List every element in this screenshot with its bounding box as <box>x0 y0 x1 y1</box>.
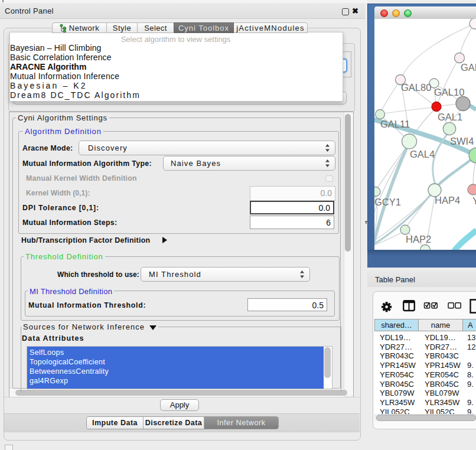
svg-text:GAL1: GAL1 <box>438 112 462 122</box>
svg-text:GAL80: GAL80 <box>401 82 431 93</box>
svg-text:GAL10: GAL10 <box>434 87 464 97</box>
svg-text:SWI4: SWI4 <box>450 136 474 146</box>
svg-text:Y: Y <box>472 195 476 206</box>
svg-text:GAL11: GAL11 <box>380 119 410 129</box>
svg-text:HAP2: HAP2 <box>406 234 431 244</box>
svg-text:GCY1: GCY1 <box>374 197 401 207</box>
svg-text:GAL4: GAL4 <box>410 149 435 159</box>
svg-text:HAP4: HAP4 <box>435 195 460 206</box>
svg-text:GAL7: GAL7 <box>461 62 476 73</box>
